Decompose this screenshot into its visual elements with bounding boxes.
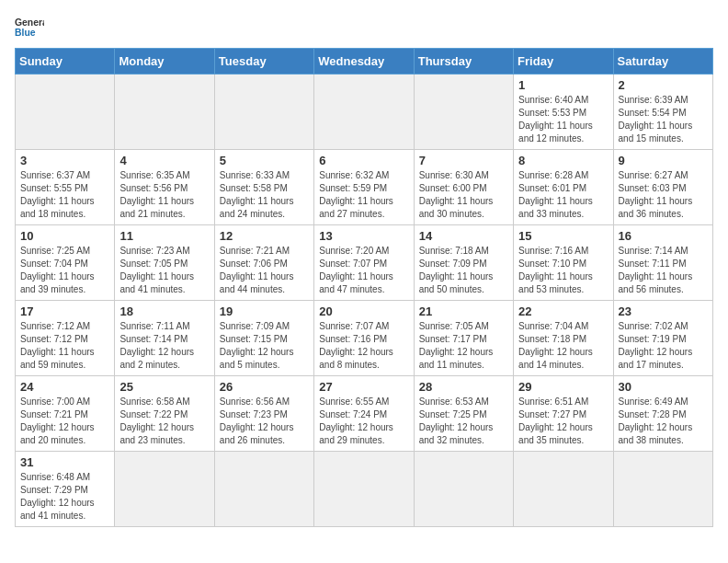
calendar-cell: 10Sunrise: 7:25 AM Sunset: 7:04 PM Dayli… bbox=[16, 225, 115, 301]
day-info: Sunrise: 7:25 AM Sunset: 7:04 PM Dayligh… bbox=[20, 245, 109, 296]
day-number: 26 bbox=[220, 380, 309, 394]
week-row-1: 3Sunrise: 6:37 AM Sunset: 5:55 PM Daylig… bbox=[16, 150, 713, 225]
day-number: 25 bbox=[119, 380, 209, 394]
day-number: 2 bbox=[619, 78, 708, 92]
day-number: 9 bbox=[619, 154, 708, 167]
day-info: Sunrise: 6:27 AM Sunset: 6:03 PM Dayligh… bbox=[619, 169, 708, 221]
day-number: 3 bbox=[20, 154, 109, 167]
header-wednesday: Wednesday bbox=[314, 49, 414, 75]
day-info: Sunrise: 6:56 AM Sunset: 7:23 PM Dayligh… bbox=[220, 396, 309, 447]
day-info: Sunrise: 7:14 AM Sunset: 7:11 PM Dayligh… bbox=[619, 245, 708, 296]
day-number: 22 bbox=[518, 304, 608, 318]
day-info: Sunrise: 7:07 AM Sunset: 7:16 PM Dayligh… bbox=[319, 320, 408, 372]
calendar-cell bbox=[115, 452, 214, 527]
calendar-cell: 30Sunrise: 6:49 AM Sunset: 7:28 PM Dayli… bbox=[613, 376, 712, 452]
day-number: 27 bbox=[319, 380, 408, 394]
day-number: 8 bbox=[518, 154, 608, 167]
calendar-cell bbox=[314, 75, 414, 150]
day-number: 24 bbox=[20, 380, 109, 394]
day-info: Sunrise: 7:11 AM Sunset: 7:14 PM Dayligh… bbox=[119, 320, 209, 372]
day-number: 6 bbox=[319, 154, 408, 167]
day-info: Sunrise: 6:33 AM Sunset: 5:58 PM Dayligh… bbox=[220, 169, 309, 221]
logo: General Blue bbox=[15, 15, 44, 40]
day-number: 10 bbox=[20, 229, 109, 243]
header-sunday: Sunday bbox=[16, 49, 115, 75]
header-thursday: Thursday bbox=[414, 49, 513, 75]
day-info: Sunrise: 7:16 AM Sunset: 7:10 PM Dayligh… bbox=[518, 245, 608, 296]
calendar-cell bbox=[214, 452, 313, 527]
day-info: Sunrise: 7:02 AM Sunset: 7:19 PM Dayligh… bbox=[619, 320, 708, 372]
calendar-cell bbox=[414, 452, 513, 527]
day-number: 7 bbox=[419, 154, 508, 167]
calendar-cell: 8Sunrise: 6:28 AM Sunset: 6:01 PM Daylig… bbox=[514, 150, 613, 225]
calendar-cell: 3Sunrise: 6:37 AM Sunset: 5:55 PM Daylig… bbox=[16, 150, 115, 225]
day-info: Sunrise: 7:05 AM Sunset: 7:17 PM Dayligh… bbox=[419, 320, 508, 372]
day-number: 31 bbox=[20, 455, 109, 469]
day-info: Sunrise: 6:51 AM Sunset: 7:27 PM Dayligh… bbox=[518, 396, 608, 447]
day-number: 4 bbox=[119, 154, 209, 167]
calendar-cell: 9Sunrise: 6:27 AM Sunset: 6:03 PM Daylig… bbox=[613, 150, 712, 225]
day-number: 13 bbox=[319, 229, 408, 243]
day-number: 12 bbox=[220, 229, 309, 243]
day-info: Sunrise: 6:28 AM Sunset: 6:01 PM Dayligh… bbox=[518, 169, 608, 221]
calendar-cell: 12Sunrise: 7:21 AM Sunset: 7:06 PM Dayli… bbox=[214, 225, 313, 301]
svg-text:General: General bbox=[15, 17, 44, 28]
day-number: 18 bbox=[119, 304, 209, 318]
calendar-cell bbox=[214, 75, 313, 150]
calendar-cell bbox=[414, 75, 513, 150]
day-info: Sunrise: 6:55 AM Sunset: 7:24 PM Dayligh… bbox=[319, 396, 408, 447]
day-number: 29 bbox=[518, 380, 608, 394]
calendar-cell: 23Sunrise: 7:02 AM Sunset: 7:19 PM Dayli… bbox=[613, 301, 712, 376]
day-number: 28 bbox=[419, 380, 508, 394]
day-info: Sunrise: 6:39 AM Sunset: 5:54 PM Dayligh… bbox=[619, 94, 708, 145]
day-info: Sunrise: 7:20 AM Sunset: 7:07 PM Dayligh… bbox=[319, 245, 408, 296]
calendar-cell: 31Sunrise: 6:48 AM Sunset: 7:29 PM Dayli… bbox=[16, 452, 115, 527]
header-saturday: Saturday bbox=[613, 49, 712, 75]
header-tuesday: Tuesday bbox=[214, 49, 313, 75]
day-info: Sunrise: 6:49 AM Sunset: 7:28 PM Dayligh… bbox=[619, 396, 708, 447]
logo-icon: General Blue bbox=[15, 15, 44, 40]
calendar-cell: 29Sunrise: 6:51 AM Sunset: 7:27 PM Dayli… bbox=[514, 376, 613, 452]
calendar-cell: 1Sunrise: 6:40 AM Sunset: 5:53 PM Daylig… bbox=[514, 75, 613, 150]
calendar-cell: 17Sunrise: 7:12 AM Sunset: 7:12 PM Dayli… bbox=[16, 301, 115, 376]
calendar-cell: 6Sunrise: 6:32 AM Sunset: 5:59 PM Daylig… bbox=[314, 150, 414, 225]
calendar-cell bbox=[314, 452, 414, 527]
day-info: Sunrise: 6:53 AM Sunset: 7:25 PM Dayligh… bbox=[419, 396, 508, 447]
calendar-cell: 28Sunrise: 6:53 AM Sunset: 7:25 PM Dayli… bbox=[414, 376, 513, 452]
calendar-cell: 22Sunrise: 7:04 AM Sunset: 7:18 PM Dayli… bbox=[514, 301, 613, 376]
day-info: Sunrise: 7:12 AM Sunset: 7:12 PM Dayligh… bbox=[20, 320, 109, 372]
day-info: Sunrise: 6:40 AM Sunset: 5:53 PM Dayligh… bbox=[518, 94, 608, 145]
calendar-cell: 15Sunrise: 7:16 AM Sunset: 7:10 PM Dayli… bbox=[514, 225, 613, 301]
calendar-cell: 4Sunrise: 6:35 AM Sunset: 5:56 PM Daylig… bbox=[115, 150, 214, 225]
calendar-cell: 5Sunrise: 6:33 AM Sunset: 5:58 PM Daylig… bbox=[214, 150, 313, 225]
week-row-2: 10Sunrise: 7:25 AM Sunset: 7:04 PM Dayli… bbox=[16, 225, 713, 301]
calendar-cell: 27Sunrise: 6:55 AM Sunset: 7:24 PM Dayli… bbox=[314, 376, 414, 452]
day-info: Sunrise: 7:00 AM Sunset: 7:21 PM Dayligh… bbox=[20, 396, 109, 447]
week-row-3: 17Sunrise: 7:12 AM Sunset: 7:12 PM Dayli… bbox=[16, 301, 713, 376]
calendar-cell: 18Sunrise: 7:11 AM Sunset: 7:14 PM Dayli… bbox=[115, 301, 214, 376]
day-number: 14 bbox=[419, 229, 508, 243]
day-number: 1 bbox=[518, 78, 608, 92]
calendar-cell: 20Sunrise: 7:07 AM Sunset: 7:16 PM Dayli… bbox=[314, 301, 414, 376]
calendar-cell: 21Sunrise: 7:05 AM Sunset: 7:17 PM Dayli… bbox=[414, 301, 513, 376]
day-info: Sunrise: 6:35 AM Sunset: 5:56 PM Dayligh… bbox=[119, 169, 209, 221]
svg-text:Blue: Blue bbox=[15, 28, 36, 38]
day-info: Sunrise: 7:04 AM Sunset: 7:18 PM Dayligh… bbox=[518, 320, 608, 372]
calendar-cell bbox=[613, 452, 712, 527]
day-number: 21 bbox=[419, 304, 508, 318]
calendar-header-row: SundayMondayTuesdayWednesdayThursdayFrid… bbox=[16, 49, 713, 75]
day-number: 19 bbox=[220, 304, 309, 318]
calendar-cell: 26Sunrise: 6:56 AM Sunset: 7:23 PM Dayli… bbox=[214, 376, 313, 452]
day-info: Sunrise: 6:32 AM Sunset: 5:59 PM Dayligh… bbox=[319, 169, 408, 221]
day-info: Sunrise: 7:23 AM Sunset: 7:05 PM Dayligh… bbox=[119, 245, 209, 296]
day-number: 23 bbox=[619, 304, 708, 318]
calendar-cell: 7Sunrise: 6:30 AM Sunset: 6:00 PM Daylig… bbox=[414, 150, 513, 225]
day-number: 5 bbox=[220, 154, 309, 167]
day-info: Sunrise: 6:58 AM Sunset: 7:22 PM Dayligh… bbox=[119, 396, 209, 447]
day-info: Sunrise: 6:37 AM Sunset: 5:55 PM Dayligh… bbox=[20, 169, 109, 221]
day-number: 15 bbox=[518, 229, 608, 243]
calendar-cell bbox=[16, 75, 115, 150]
day-info: Sunrise: 6:48 AM Sunset: 7:29 PM Dayligh… bbox=[20, 471, 109, 523]
day-info: Sunrise: 7:21 AM Sunset: 7:06 PM Dayligh… bbox=[220, 245, 309, 296]
day-number: 20 bbox=[319, 304, 408, 318]
